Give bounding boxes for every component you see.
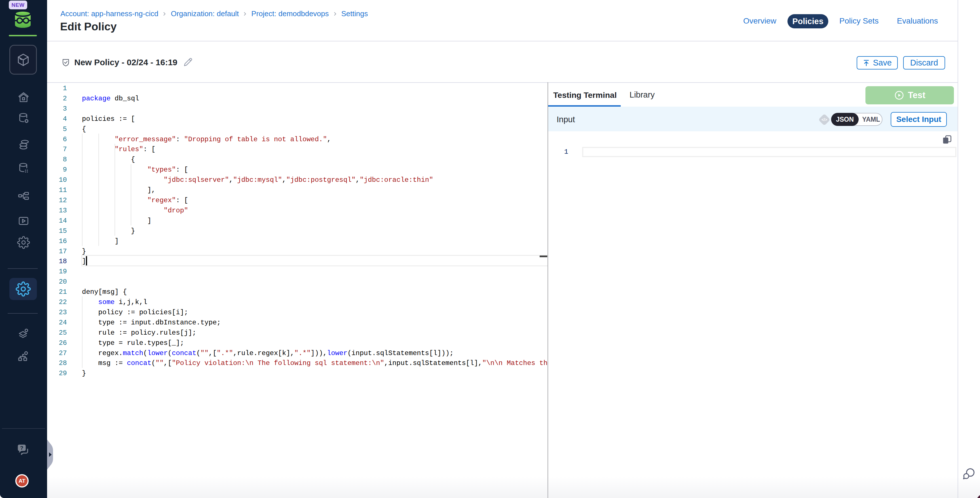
svg-text:?: ? [20,445,24,451]
